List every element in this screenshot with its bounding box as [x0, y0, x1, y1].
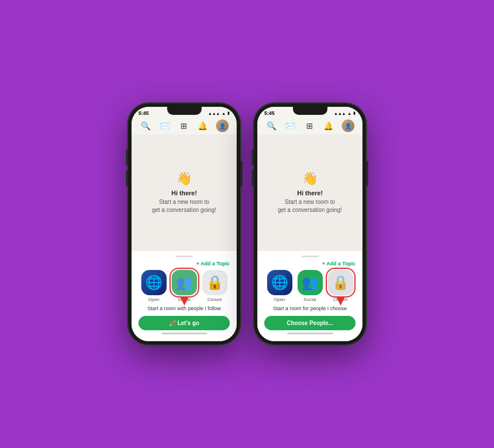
action-btn-left[interactable]: 🎉 Let's go — [138, 316, 230, 330]
open-label-right: Open — [274, 297, 285, 302]
greeting-title-right: Hi there! — [297, 190, 323, 196]
selected-box-left — [169, 268, 199, 298]
battery-icon-right: ▮ — [353, 111, 356, 115]
room-type-social-right[interactable]: 👥 Social — [298, 270, 323, 302]
sheet-handle-left — [176, 256, 193, 257]
social-label-right: Social — [304, 297, 317, 302]
notch-right — [293, 107, 327, 115]
action-btn-right[interactable]: Choose People... — [264, 316, 356, 330]
wifi-icon-right: ▲ — [348, 111, 352, 115]
phone-left: 5:45 ▲▲▲ ▲ ▮ 🔍 ✉️ ⊞ 🔔 👤 👋 Hi there! Star… — [128, 103, 240, 345]
bell-icon-left[interactable]: 🔔 — [197, 120, 209, 132]
room-type-open-right[interactable]: 🌐 Open — [267, 270, 292, 302]
search-icon-left[interactable]: 🔍 — [140, 120, 151, 132]
phone-right: 5:45 ▲▲▲ ▲ ▮ 🔍 ✉️ ⊞ 🔔 👤 👋 Hi there! Star… — [254, 103, 366, 345]
open-icon-left: 🌐 — [141, 270, 167, 295]
status-time-left: 5:45 — [138, 110, 149, 116]
sheet-handle-right — [302, 256, 319, 257]
social-icon-left: 👥 — [172, 270, 197, 295]
status-icons-left: ▲▲▲ ▲ ▮ — [208, 111, 230, 115]
add-topic-row-right: + Add a Topic — [264, 261, 356, 267]
mail-icon-left[interactable]: ✉️ — [159, 120, 170, 132]
add-topic-btn-left[interactable]: + Add a Topic — [196, 261, 230, 267]
closed-icon-right: 🔒 — [328, 270, 353, 295]
screen-right: 5:45 ▲▲▲ ▲ ▮ 🔍 ✉️ ⊞ 🔔 👤 👋 Hi there! Star… — [257, 107, 362, 341]
add-topic-row-left: + Add a Topic — [138, 261, 230, 267]
social-icon-right: 👥 — [298, 270, 323, 295]
notch-left — [167, 107, 202, 115]
main-content-right: 👋 Hi there! Start a new room toget a con… — [257, 134, 362, 251]
open-label-left: Open — [148, 297, 160, 302]
avatar-left[interactable]: 👤 — [216, 119, 229, 132]
nav-bar-left: 🔍 ✉️ ⊞ 🔔 👤 — [132, 117, 237, 134]
status-icons-right: ▲▲▲ ▲ ▮ — [334, 111, 356, 115]
arrow-right — [337, 298, 345, 306]
search-icon-right[interactable]: 🔍 — [265, 120, 277, 132]
bell-icon-right[interactable]: 🔔 — [323, 120, 334, 132]
status-time-right: 5:45 — [264, 110, 275, 116]
greeting-emoji-left: 👋 — [176, 171, 192, 186]
greeting-title-left: Hi there! — [171, 190, 197, 196]
room-description-left: Start a room with people I follow — [138, 306, 230, 311]
avatar-right[interactable]: 👤 — [342, 119, 354, 132]
home-indicator-left — [161, 333, 207, 334]
room-types-right: 🌐 Open 👥 Social 🔒 Closed — [264, 270, 356, 302]
grid-icon-right[interactable]: ⊞ — [304, 120, 315, 132]
arrow-left — [180, 298, 188, 306]
screen-left: 5:45 ▲▲▲ ▲ ▮ 🔍 ✉️ ⊞ 🔔 👤 👋 Hi there! Star… — [132, 107, 237, 341]
nav-bar-right: 🔍 ✉️ ⊞ 🔔 👤 — [257, 117, 362, 134]
greeting-sub-left: Start a new room toget a conversation go… — [152, 198, 217, 214]
room-types-left: 🌐 Open 👥 Social 🔒 Closed — [138, 270, 230, 302]
room-description-right: Start a room for people I choose — [264, 306, 356, 311]
signal-icon-left: ▲▲▲ — [208, 111, 220, 115]
signal-icon-right: ▲▲▲ — [334, 111, 346, 115]
bottom-sheet-left: + Add a Topic 🌐 Open 👥 Social — [132, 251, 237, 341]
room-type-closed-right[interactable]: 🔒 Closed — [328, 270, 353, 302]
selected-box-right — [326, 268, 356, 298]
open-icon-right: 🌐 — [267, 270, 292, 295]
mail-icon-right[interactable]: ✉️ — [284, 120, 296, 132]
room-type-social-left[interactable]: 👥 Social — [172, 270, 197, 302]
grid-icon-left[interactable]: ⊞ — [178, 120, 190, 132]
bottom-sheet-right: + Add a Topic 🌐 Open 👥 Social 🔒 — [257, 251, 362, 341]
add-topic-btn-right[interactable]: + Add a Topic — [322, 261, 356, 267]
closed-icon-left: 🔒 — [202, 270, 227, 295]
greeting-sub-right: Start a new room toget a conversation go… — [278, 198, 342, 214]
battery-icon-left: ▮ — [227, 111, 230, 115]
room-type-closed-left[interactable]: 🔒 Closed — [202, 270, 227, 302]
home-indicator-right — [287, 333, 333, 334]
room-type-open-left[interactable]: 🌐 Open — [141, 270, 167, 302]
main-content-left: 👋 Hi there! Start a new room toget a con… — [132, 134, 237, 251]
closed-label-left: Closed — [207, 297, 222, 302]
greeting-emoji-right: 👋 — [302, 171, 318, 186]
wifi-icon-left: ▲ — [222, 111, 226, 115]
